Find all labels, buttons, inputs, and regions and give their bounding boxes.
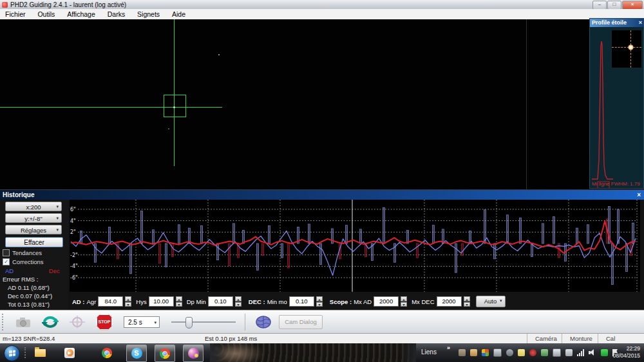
guide-params-row: AD : Agr 84.0 Hys 10.00 Dp Min 0.10 DEC … (67, 295, 506, 308)
window-title: PHD2 Guiding 2.4.1 - laurent (log activé… (10, 1, 126, 8)
minmove-spinner[interactable] (235, 296, 242, 307)
antivirus-tray-icon[interactable] (529, 349, 536, 356)
svg-text:-2": -2" (70, 252, 78, 258)
skype-icon: S (131, 348, 142, 359)
hysteresis-spinner[interactable] (176, 296, 182, 307)
camera-connect-icon[interactable] (14, 314, 32, 330)
svg-text:6": 6" (70, 207, 76, 213)
rms-header: Erreur RMS : (3, 276, 68, 283)
display-tray-icon[interactable] (553, 348, 561, 357)
cam-dialog-button[interactable]: Cam Dialog (279, 315, 323, 329)
dec-minmove-field[interactable]: 0.10 (289, 296, 314, 307)
sticky-note-icon[interactable] (518, 349, 525, 356)
field-star (168, 128, 169, 129)
max-ra-spinner[interactable] (401, 296, 407, 307)
menu-aide[interactable]: Aide (167, 9, 191, 19)
slider-thumb[interactable] (185, 317, 193, 329)
ra-aggression-spinner[interactable] (125, 296, 131, 307)
menu-darks[interactable]: Darks (102, 9, 130, 19)
chevron-down-icon: ▾ (500, 296, 502, 305)
status-snr: m=123 SNR=528.4 (3, 335, 55, 342)
history-panel: Historique × x:200 ▾ y:+/-8'' ▾ Réglages… (0, 189, 644, 310)
settings-dropdown[interactable]: Réglages ▾ (5, 225, 62, 234)
slider-track (171, 321, 236, 323)
brain-settings-icon[interactable] (254, 314, 272, 330)
phd2-taskbar-button[interactable] (183, 345, 204, 362)
history-close-icon[interactable]: × (637, 190, 641, 200)
star-profile-title: Profile étoile (592, 19, 627, 26)
toolbar-grip[interactable] (2, 314, 5, 330)
dec-param-label: DEC : (249, 298, 265, 305)
links-toolbar-label[interactable]: Liens (421, 348, 437, 356)
tray-icon[interactable] (470, 349, 477, 356)
x-scale-dropdown[interactable]: x:200 ▾ (5, 202, 62, 211)
clear-button[interactable]: Effacer (5, 237, 63, 247)
chevron-down-icon: ▾ (56, 214, 59, 223)
start-guiding-icon[interactable] (68, 314, 86, 330)
taskbar-handle[interactable] (24, 347, 28, 358)
guide-camera-view[interactable] (0, 19, 644, 189)
max-ra-field[interactable]: 2000 (374, 296, 399, 307)
gamma-slider[interactable] (171, 316, 236, 328)
tray-icon[interactable] (482, 349, 489, 356)
minimize-button[interactable]: – (592, 1, 607, 10)
status-bar: m=123 SNR=528.4 Est 0.10 px 148 ms Camér… (0, 333, 644, 343)
max-dec-label: Mx DEC (412, 298, 434, 305)
chevron-expand-icon[interactable]: » (447, 345, 450, 351)
system-tray (459, 348, 618, 357)
tray-icon[interactable] (506, 349, 513, 356)
menu-signets[interactable]: Signets (132, 9, 165, 19)
chrome-icon (160, 348, 170, 359)
chrome-icon[interactable] (100, 347, 113, 359)
dec-guide-mode-dropdown[interactable]: Auto ▾ (476, 296, 506, 307)
status-cal: Cal (598, 334, 644, 344)
close-button[interactable]: × (622, 1, 643, 10)
menu-outils[interactable]: Outils (32, 9, 60, 19)
network-signal-icon[interactable] (577, 349, 584, 356)
media-player-icon[interactable]: ▶ (63, 347, 76, 359)
trend-checkbox[interactable] (3, 249, 10, 256)
tray-icon[interactable] (541, 349, 548, 356)
monitor-tray-icon[interactable] (493, 348, 502, 357)
rms-ra: AD 0.11 (0.68'') (8, 284, 68, 291)
ra-aggression-field[interactable]: 84.0 (98, 296, 123, 307)
corrections-checkbox[interactable]: ✓ (3, 258, 10, 265)
title-bar: PHD2 Guiding 2.4.1 - laurent (log activé… (0, 0, 644, 10)
exposure-dropdown[interactable]: 2.5 s ▾ (124, 316, 160, 328)
chevron-down-icon: ▾ (56, 225, 59, 234)
dec-minmove-spinner[interactable] (316, 296, 323, 307)
history-title: Historique (3, 191, 34, 198)
taskbar-clock[interactable]: 22:29 08/04/2015 (612, 345, 640, 359)
volume-icon[interactable] (589, 349, 596, 356)
minmove-label: Dp Min (187, 298, 206, 305)
max-ra-label: Mx AD (354, 298, 372, 305)
history-titlebar[interactable]: Historique × (0, 190, 644, 200)
dec-legend: Dec (49, 267, 60, 274)
y-scale-dropdown[interactable]: y:+/-8'' ▾ (5, 213, 62, 223)
minmove-field[interactable]: 0.10 (208, 296, 233, 307)
remove-hardware-icon[interactable] (565, 349, 573, 356)
background-photo-fade (210, 343, 416, 362)
max-dec-spinner[interactable] (464, 296, 470, 307)
loop-exposures-icon[interactable] (41, 314, 59, 330)
explorer-icon[interactable] (33, 347, 46, 359)
start-button[interactable] (4, 345, 20, 361)
toolbar-separator (245, 314, 245, 330)
clock-time: 22:29 (612, 345, 640, 352)
max-dec-field[interactable]: 2000 (437, 296, 462, 307)
tray-icon[interactable] (459, 349, 466, 356)
star-profile-panel: Profile étoile × Mi ligne FWHM: 1.79 (589, 18, 644, 189)
star-profile-titlebar[interactable]: Profile étoile × (590, 19, 643, 27)
skype-taskbar-button[interactable]: S (126, 345, 147, 362)
maximize-button[interactable]: □ (607, 1, 621, 10)
hysteresis-field[interactable]: 10.00 (149, 296, 174, 307)
guide-star[interactable] (173, 106, 175, 108)
menu-fichier[interactable]: Fichier (0, 9, 31, 19)
stop-icon[interactable]: STOP (95, 314, 113, 330)
history-sidebar: x:200 ▾ y:+/-8'' ▾ Réglages ▾ Effacer Te… (0, 200, 68, 310)
tray-icon[interactable] (601, 349, 608, 356)
menu-affichage[interactable]: Affichage (62, 9, 100, 19)
chrome-taskbar-button[interactable] (155, 345, 175, 362)
crosshair-horizontal (0, 107, 222, 108)
star-profile-close-icon[interactable]: × (639, 19, 642, 27)
